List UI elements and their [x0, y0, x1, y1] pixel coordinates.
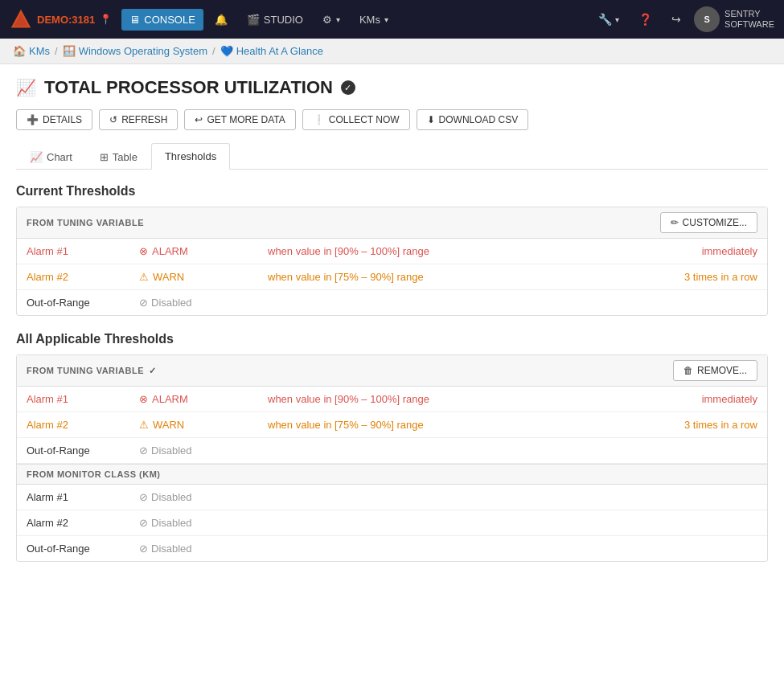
monitor-alarm2-status: ⊘ Disabled — [139, 517, 268, 529]
all-alarm1-timing: immediately — [629, 393, 757, 405]
current-thresholds-header: FROM TUNING VARIABLE ✏ CUSTOMIZE... — [17, 207, 767, 239]
all-alarm1-name[interactable]: Alarm #1 — [27, 393, 139, 405]
action-bar: ➕ DETAILS ↺ REFRESH ↩ GET MORE DATA ❕ CO… — [16, 109, 768, 130]
disabled-icon: ⊘ — [139, 491, 148, 503]
download-icon: ⬇ — [427, 114, 435, 125]
alarm1-timing: immediately — [629, 245, 757, 257]
monitor-header-left: FROM MONITOR CLASS (KM) — [27, 469, 161, 479]
details-icon: ➕ — [27, 114, 39, 125]
nav-kms-label: KMs — [359, 14, 380, 26]
nav-help-btn[interactable]: ❓ — [632, 10, 659, 29]
table-row: Alarm #2 ⚠ WARN when value in [75% – 90%… — [17, 412, 767, 438]
error-icon: ⊗ — [139, 393, 148, 405]
header-left: FROM TUNING VARIABLE — [27, 218, 144, 227]
download-csv-button[interactable]: ⬇ DOWNLOAD CSV — [417, 109, 529, 130]
nav-studio-label: STUDIO — [264, 14, 303, 26]
details-label: DETAILS — [43, 114, 82, 125]
page-title-row: 📈 TOTAL PROCESSOR UTILIZATION ✓ — [16, 77, 768, 98]
all-header-left: FROM TUNING VARIABLE ✓ — [27, 366, 157, 376]
edit-icon: ✏ — [671, 217, 679, 228]
nav-studio[interactable]: 🎬 STUDIO — [239, 9, 311, 31]
nav-console[interactable]: 🖥 CONSOLE — [121, 9, 203, 31]
table-row: Alarm #1 ⊘ Disabled — [17, 485, 767, 510]
title-chart-icon: 📈 — [16, 78, 36, 97]
location-icon: 📍 — [100, 14, 112, 25]
heart-icon: 💙 — [220, 45, 233, 57]
customize-button[interactable]: ✏ CUSTOMIZE... — [660, 212, 757, 233]
all-thresholds-title: All Applicable Thresholds — [16, 332, 768, 346]
disabled-icon: ⊘ — [139, 297, 148, 309]
warn-icon: ⚠ — [139, 419, 149, 431]
remove-button[interactable]: 🗑 REMOVE... — [673, 360, 757, 381]
home-icon: 🏠 — [13, 45, 26, 57]
breadcrumb-kms-label: KMs — [29, 45, 50, 57]
nav-exit-btn[interactable]: ↪ — [665, 10, 688, 29]
customize-label: CUSTOMIZE... — [683, 217, 747, 228]
breadcrumb-health-label: Health At A Glance — [236, 45, 323, 57]
tabs: 📈 Chart ⊞ Table Thresholds — [16, 143, 768, 170]
monitor-class-header: FROM MONITOR CLASS (KM) — [17, 464, 767, 485]
table-row: Out-of-Range ⊘ Disabled — [17, 438, 767, 464]
table-tab-icon: ⊞ — [100, 151, 109, 163]
all-thresholds-header: FROM TUNING VARIABLE ✓ 🗑 REMOVE... — [17, 355, 767, 387]
demo-label: DEMO:3181 — [37, 14, 95, 26]
tab-chart[interactable]: 📈 Chart — [16, 143, 86, 170]
breadcrumb-sep-1: / — [55, 45, 58, 57]
breadcrumb-kms[interactable]: 🏠 KMs — [13, 45, 50, 57]
kms-arrow: ▾ — [384, 15, 388, 24]
breadcrumb-windows-label: Windows Operating System — [79, 45, 207, 57]
get-more-data-label: GET MORE DATA — [207, 114, 285, 125]
console-icon: 🖥 — [129, 14, 140, 26]
all-alarm1-status: ⊗ ALARM — [139, 393, 268, 405]
refresh-button[interactable]: ↺ REFRESH — [99, 109, 178, 130]
alarm1-name[interactable]: Alarm #1 — [27, 245, 139, 257]
monitor-header-label: FROM MONITOR CLASS (KM) — [27, 469, 161, 479]
tab-chart-label: Chart — [47, 151, 72, 163]
nav-wrench-btn[interactable]: 🔧 ▾ — [592, 10, 626, 29]
all-alarm2-timing: 3 times in a row — [629, 419, 757, 431]
current-thresholds-title: Current Thresholds — [16, 184, 768, 199]
tab-thresholds-label: Thresholds — [165, 150, 216, 162]
monitor-alarm2-name: Alarm #2 — [27, 517, 139, 529]
get-more-data-button[interactable]: ↩ GET MORE DATA — [184, 109, 295, 130]
disabled-icon: ⊘ — [139, 543, 148, 555]
chart-tab-icon: 📈 — [30, 151, 43, 163]
app-logo[interactable]: DEMO:3181 📍 — [10, 8, 112, 31]
nav-tools[interactable]: ⚙ ▾ — [314, 9, 348, 31]
page-title: TOTAL PROCESSOR UTILIZATION — [44, 77, 333, 98]
breadcrumb-sep-2: / — [212, 45, 215, 57]
details-button[interactable]: ➕ DETAILS — [16, 109, 92, 130]
windows-icon: 🪟 — [63, 45, 76, 57]
exclaim-icon: ❕ — [313, 114, 325, 125]
nav-notifications[interactable]: 🔔 — [207, 9, 236, 31]
table-row: Alarm #1 ⊗ ALARM when value in [90% – 10… — [17, 239, 767, 264]
all-alarm2-condition: when value in [75% – 90%] range — [268, 419, 629, 431]
collect-now-label: COLLECT NOW — [329, 114, 400, 125]
warn-icon: ⚠ — [139, 271, 149, 283]
page-content: 📈 TOTAL PROCESSOR UTILIZATION ✓ ➕ DETAIL… — [0, 64, 784, 591]
refresh-icon: ↺ — [109, 114, 117, 125]
top-nav: DEMO:3181 📍 🖥 CONSOLE 🔔 🎬 STUDIO ⚙ ▾ KMs… — [0, 0, 784, 39]
table-row: Alarm #1 ⊗ ALARM when value in [90% – 10… — [17, 387, 767, 412]
collect-now-button[interactable]: ❕ COLLECT NOW — [302, 109, 410, 130]
all-alarm2-name[interactable]: Alarm #2 — [27, 419, 139, 431]
tab-thresholds[interactable]: Thresholds — [151, 143, 230, 170]
verified-icon: ✓ — [341, 80, 355, 95]
error-icon: ⊗ — [139, 245, 148, 257]
nav-kms[interactable]: KMs ▾ — [351, 9, 396, 31]
breadcrumb-health[interactable]: 💙 Health At A Glance — [220, 45, 323, 57]
user-label: SENTRYSOFTWARE — [724, 9, 774, 30]
alarm2-condition: when value in [75% – 90%] range — [268, 271, 629, 283]
studio-icon: 🎬 — [247, 14, 260, 26]
monitor-oor-name: Out-of-Range — [27, 543, 139, 555]
nav-user[interactable]: S SENTRYSOFTWARE — [694, 6, 774, 32]
alarm2-name[interactable]: Alarm #2 — [27, 271, 139, 283]
tools-arrow: ▾ — [336, 15, 340, 24]
tab-table-label: Table — [113, 151, 138, 163]
disabled-icon: ⊘ — [139, 517, 148, 529]
nav-right: 🔧 ▾ ❓ ↪ S SENTRYSOFTWARE — [592, 6, 774, 32]
avatar: S — [694, 6, 720, 32]
tab-table[interactable]: ⊞ Table — [86, 143, 151, 170]
breadcrumb-windows[interactable]: 🪟 Windows Operating System — [63, 45, 207, 57]
table-row: Alarm #2 ⊘ Disabled — [17, 510, 767, 536]
